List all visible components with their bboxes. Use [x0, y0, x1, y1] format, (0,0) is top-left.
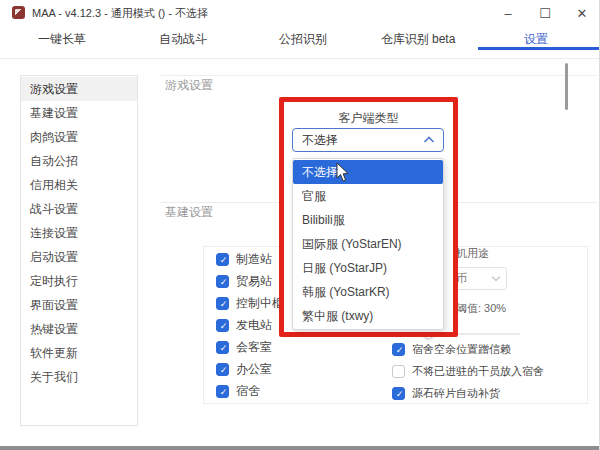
facility-office[interactable]: 办公室 [216, 361, 272, 377]
facility-dormitory[interactable]: 宿舍 [216, 383, 260, 399]
chevron-down-icon [491, 275, 501, 282]
checkbox-icon[interactable] [216, 275, 229, 288]
option-yostar-jp[interactable]: 日服 (YoStarJP) [293, 256, 443, 280]
sidebar-item-infrastructure[interactable]: 基建设置 [21, 101, 137, 125]
option-official-server[interactable]: 官服 [293, 184, 443, 208]
sidebar-item-auto-recruit[interactable]: 自动公招 [21, 149, 137, 173]
sidebar-item-update[interactable]: 软件更新 [21, 341, 137, 365]
tab-farming[interactable]: 一键长草 [30, 31, 94, 49]
content-divider [160, 75, 597, 76]
app-logo-icon [12, 6, 25, 19]
checkbox-icon[interactable] [392, 343, 405, 356]
option-no-selection[interactable]: 不选择 [293, 160, 443, 184]
client-type-dropdown: 不选择 官服 Bilibili服 国际服 (YoStarEN) 日服 (YoSt… [292, 158, 444, 330]
option-yostar-en[interactable]: 国际服 (YoStarEN) [293, 232, 443, 256]
facility-control-center[interactable]: 控制中枢 [216, 295, 284, 311]
chevron-up-icon [423, 136, 435, 144]
checkbox-icon[interactable] [216, 341, 229, 354]
checkbox-icon[interactable] [216, 297, 229, 310]
window-bottom-edge [0, 446, 600, 450]
sidebar-item-connection[interactable]: 连接设置 [21, 221, 137, 245]
option-bilibili-server[interactable]: Bilibili服 [293, 208, 443, 232]
infra-settings-header: 基建设置 [165, 204, 213, 221]
checkbox-icon[interactable] [216, 363, 229, 376]
checkbox-icon[interactable] [392, 387, 405, 400]
facility-manufacturing[interactable]: 制造站 [216, 251, 272, 267]
option-dorm-trust[interactable]: 宿舍空余位置蹭信赖 [392, 341, 511, 357]
maximize-button[interactable]: ☐ [535, 3, 555, 23]
checkbox-icon[interactable] [216, 385, 229, 398]
sidebar-item-game[interactable]: 游戏设置 [21, 77, 137, 101]
facility-reception[interactable]: 会客室 [216, 339, 272, 355]
client-type-select[interactable]: 不选择 [292, 128, 444, 152]
checkbox-icon[interactable] [392, 365, 405, 378]
client-type-label: 客户端类型 [284, 110, 453, 127]
sidebar-item-combat[interactable]: 战斗设置 [21, 197, 137, 221]
checkbox-icon[interactable] [216, 253, 229, 266]
close-button[interactable]: ✕ [572, 3, 592, 23]
sidebar-item-about[interactable]: 关于我们 [21, 365, 137, 389]
title-bar: MAA - v4.12.3 - 通用模式 () - 不选择 – ☐ ✕ [0, 0, 600, 26]
sidebar-item-interface[interactable]: 界面设置 [21, 293, 137, 317]
option-txwy[interactable]: 繁中服 (txwy) [293, 304, 443, 328]
minimize-button[interactable]: – [498, 3, 518, 23]
game-settings-header: 游戏设置 [165, 77, 213, 94]
facility-power-plant[interactable]: 发电站 [216, 317, 272, 333]
option-no-stationed-to-dorm[interactable]: 不将已进驻的干员放入宿舍 [392, 363, 544, 379]
sidebar-item-startup[interactable]: 启动设置 [21, 245, 137, 269]
settings-sidebar: 游戏设置 基建设置 肉鸽设置 自动公招 信用相关 战斗设置 连接设置 启动设置 … [20, 75, 138, 426]
vertical-scrollbar[interactable] [565, 63, 568, 110]
checkbox-icon[interactable] [216, 319, 229, 332]
sidebar-item-hotkeys[interactable]: 热键设置 [21, 317, 137, 341]
mouse-cursor-icon [336, 162, 350, 187]
tab-depot-recognition[interactable]: 仓库识别 beta [374, 31, 462, 49]
sidebar-item-roguelike[interactable]: 肉鸽设置 [21, 125, 137, 149]
window-title: MAA - v4.12.3 - 通用模式 () - 不选择 [32, 6, 208, 21]
sidebar-item-scheduled[interactable]: 定时执行 [21, 269, 137, 293]
sidebar-item-credit[interactable]: 信用相关 [21, 173, 137, 197]
red-highlight-annotation: 客户端类型 不选择 不选择 官服 Bilibili服 国际服 (YoStarEN… [279, 97, 458, 337]
facility-trading[interactable]: 贸易站 [216, 273, 272, 289]
option-yostar-kr[interactable]: 韩服 (YoStarKR) [293, 280, 443, 304]
app-window: MAA - v4.12.3 - 通用模式 () - 不选择 – ☐ ✕ 一键长草… [0, 0, 600, 450]
option-originium-shard-auto[interactable]: 源石碎片自动补货 [392, 385, 500, 401]
tabbar-divider [0, 58, 600, 59]
tab-auto-battle[interactable]: 自动战斗 [151, 31, 215, 49]
tab-recruit-recognition[interactable]: 公招识别 [271, 31, 335, 49]
active-tab-underline [478, 47, 599, 50]
